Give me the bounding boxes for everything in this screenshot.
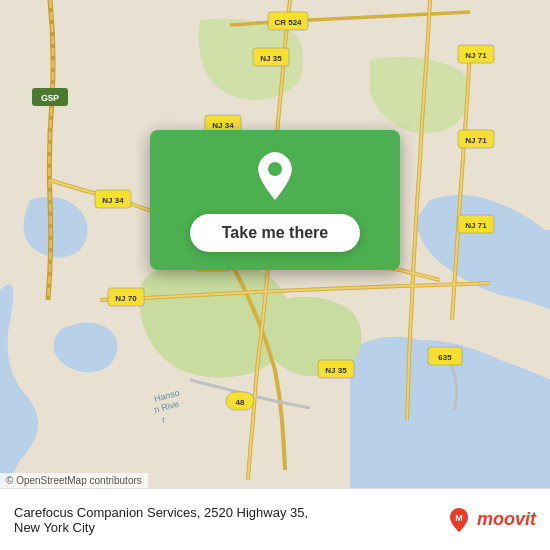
osm-attribution: © OpenStreetMap contributors — [0, 473, 148, 488]
svg-text:CR 524: CR 524 — [274, 18, 302, 27]
svg-point-32 — [268, 162, 282, 176]
svg-text:NJ 71: NJ 71 — [465, 221, 487, 230]
svg-text:G5P: G5P — [41, 93, 59, 103]
city-name: New York City — [14, 520, 308, 535]
osm-text: © OpenStreetMap contributors — [6, 475, 142, 486]
moovit-brand-text: moovit — [477, 509, 536, 530]
location-pin-icon — [254, 150, 296, 202]
svg-text:NJ 70: NJ 70 — [115, 294, 137, 303]
svg-text:NJ 34: NJ 34 — [102, 196, 124, 205]
svg-text:NJ 71: NJ 71 — [465, 136, 487, 145]
svg-text:NJ 34: NJ 34 — [212, 121, 234, 130]
svg-text:NJ 35: NJ 35 — [260, 54, 282, 63]
svg-text:48: 48 — [236, 398, 245, 407]
bottom-bar: Carefocus Companion Services, 2520 Highw… — [0, 488, 550, 550]
place-name: Carefocus Companion Services, 2520 Highw… — [14, 505, 308, 520]
app-container: Hanso n Rive r G5P NJ 34 NJ 34 NJ 34 NJ … — [0, 0, 550, 550]
moovit-icon: M — [445, 506, 473, 534]
svg-text:635: 635 — [438, 353, 452, 362]
place-info: Carefocus Companion Services, 2520 Highw… — [14, 505, 308, 535]
cta-overlay: Take me there — [150, 130, 400, 270]
svg-text:M: M — [455, 513, 463, 523]
svg-text:NJ 35: NJ 35 — [325, 366, 347, 375]
moovit-logo: M moovit — [445, 506, 536, 534]
take-me-there-button[interactable]: Take me there — [190, 214, 360, 252]
svg-text:NJ 71: NJ 71 — [465, 51, 487, 60]
